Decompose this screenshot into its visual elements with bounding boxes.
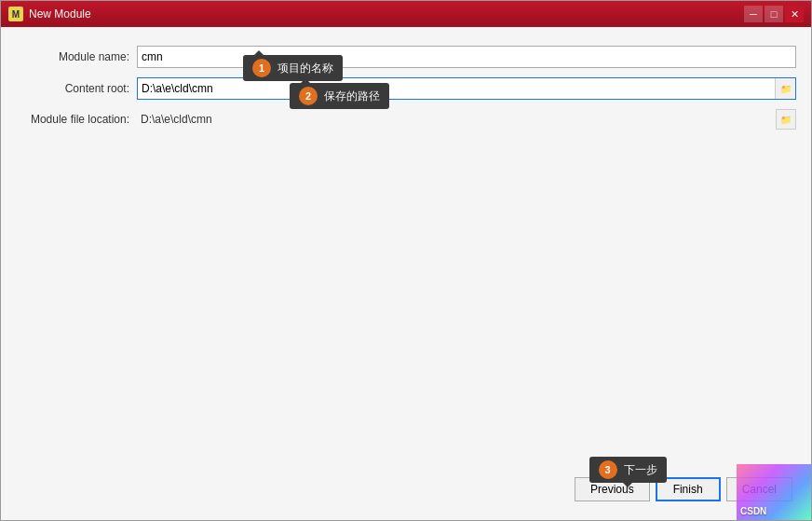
module-name-label: Module name: [16, 50, 137, 63]
footer: Previous Finish Cancel [16, 470, 796, 505]
finish-button[interactable]: Finish [656, 477, 721, 501]
content-root-input-wrapper: 📁 [137, 77, 796, 100]
module-name-input-wrapper [137, 46, 796, 68]
previous-button[interactable]: Previous [575, 477, 650, 501]
module-file-label: Module file location: [16, 113, 137, 126]
module-name-input[interactable] [137, 46, 796, 68]
module-file-browse-button[interactable]: 📁 [776, 109, 796, 130]
content-area: Module name: Content root: 📁 Module file… [1, 27, 811, 520]
window-title: New Module [29, 7, 744, 21]
content-root-input[interactable] [137, 77, 796, 100]
app-icon: M [8, 7, 23, 21]
titlebar: M New Module ─ □ ✕ [1, 1, 811, 27]
close-button[interactable]: ✕ [785, 6, 804, 22]
module-file-input-wrapper: D:\a\e\cld\cmn 📁 [137, 109, 796, 130]
maximize-button[interactable]: □ [765, 6, 783, 22]
module-file-row: Module file location: D:\a\e\cld\cmn 📁 [16, 109, 796, 130]
content-root-browse-button[interactable]: 📁 [775, 78, 795, 99]
watermark: CSDN [737, 464, 811, 520]
minimize-button[interactable]: ─ [744, 6, 763, 22]
empty-space [16, 139, 796, 470]
content-root-row: Content root: 📁 [16, 77, 796, 100]
folder-icon-2: 📁 [780, 115, 792, 125]
csdn-label: CSDN [740, 506, 766, 516]
module-file-value: D:\a\e\cld\cmn [137, 111, 216, 128]
module-name-row: Module name: [16, 46, 796, 68]
window-controls: ─ □ ✕ [744, 6, 804, 22]
new-module-dialog: M New Module ─ □ ✕ Module name: Content … [0, 0, 812, 521]
content-root-label: Content root: [16, 82, 137, 95]
folder-icon: 📁 [780, 84, 792, 94]
